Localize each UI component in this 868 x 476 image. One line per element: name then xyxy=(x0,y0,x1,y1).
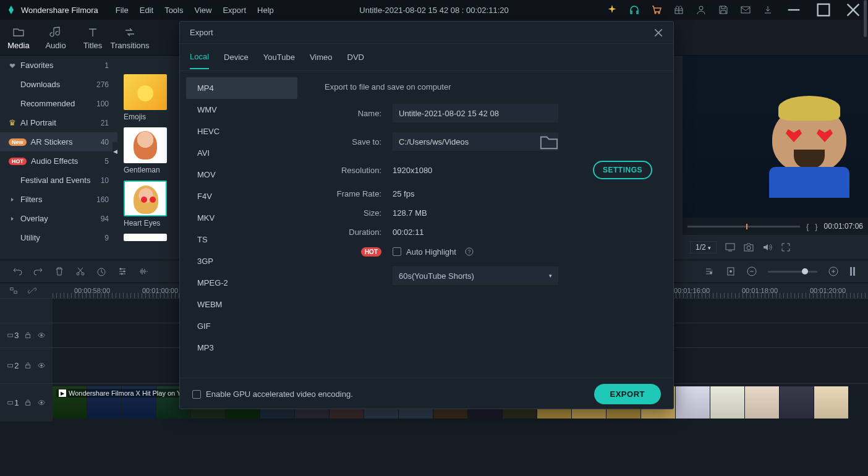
sidebar-item-ar-stickers[interactable]: NewAR Stickers40 xyxy=(0,132,117,151)
svg-rect-5 xyxy=(726,244,734,250)
tab-media[interactable]: Media xyxy=(0,23,37,53)
window-maximize[interactable] xyxy=(815,1,832,19)
eye-icon[interactable] xyxy=(38,398,45,407)
format-hevc[interactable]: HEVC xyxy=(186,121,297,142)
format-mpeg2[interactable]: MPEG-2 xyxy=(186,272,297,294)
eye-icon[interactable] xyxy=(38,361,45,370)
cut-icon[interactable] xyxy=(75,266,85,276)
zoom-out-icon[interactable] xyxy=(747,266,757,276)
gpu-checkbox[interactable] xyxy=(192,390,201,399)
sidebar-item-audio-effects[interactable]: HOTAudio Effects5 xyxy=(0,151,117,171)
adjust-icon[interactable] xyxy=(117,266,127,276)
window-close[interactable] xyxy=(845,1,862,19)
modal-title: Export xyxy=(190,28,213,37)
lock-icon[interactable] xyxy=(25,331,31,340)
speed-icon[interactable] xyxy=(96,266,106,276)
brace-close[interactable]: } xyxy=(815,222,817,231)
format-mp3[interactable]: MP3 xyxy=(186,337,297,359)
sidebar-item-filters[interactable]: Filters160 xyxy=(0,190,117,209)
timeline-vscroll[interactable] xyxy=(864,0,867,37)
sidebar-item-recommended[interactable]: Recommended100 xyxy=(0,94,117,113)
export-tab-youtube[interactable]: YouTube xyxy=(263,46,295,69)
format-gif[interactable]: GIF xyxy=(186,315,297,337)
export-tab-dvd[interactable]: DVD xyxy=(347,46,364,69)
sidebar-item-utility[interactable]: Utility9 xyxy=(0,228,117,247)
export-name-input[interactable] xyxy=(393,104,558,122)
settings-button[interactable]: SETTINGS xyxy=(593,161,652,179)
brace-open[interactable]: { xyxy=(806,222,809,231)
export-button[interactable]: EXPORT xyxy=(594,384,661,404)
marker-icon[interactable] xyxy=(726,266,736,276)
link-icon-1[interactable] xyxy=(9,286,18,295)
eye-icon[interactable] xyxy=(38,331,45,340)
close-icon[interactable] xyxy=(653,28,663,38)
zoom-slider[interactable] xyxy=(768,271,817,273)
svg-point-24 xyxy=(40,334,42,336)
fit-icon[interactable] xyxy=(849,266,856,276)
undo-icon[interactable] xyxy=(12,266,22,276)
volume-icon[interactable] xyxy=(762,242,772,252)
tab-transitions[interactable]: Transitions xyxy=(111,23,148,53)
svg-rect-3 xyxy=(818,4,830,16)
mail-icon[interactable] xyxy=(741,5,751,15)
sidebar-item-ai-portrait[interactable]: ♛AI Portrait21 xyxy=(0,113,117,132)
menu-edit[interactable]: Edit xyxy=(140,6,153,15)
format-3gp[interactable]: 3GP xyxy=(186,250,297,272)
fullscreen-icon[interactable] xyxy=(781,242,791,252)
zoom-in-icon[interactable] xyxy=(828,266,838,276)
redo-icon[interactable] xyxy=(33,266,43,276)
headphones-icon[interactable] xyxy=(629,5,639,15)
svg-point-8 xyxy=(77,273,79,275)
sidebar-item-downloads[interactable]: Downloads276 xyxy=(0,75,117,94)
window-minimize[interactable] xyxy=(785,1,802,19)
menu-tools[interactable]: Tools xyxy=(164,6,183,15)
svg-point-1 xyxy=(699,6,703,10)
preview-video[interactable] xyxy=(683,56,868,218)
help-icon[interactable]: ? xyxy=(465,247,474,257)
gift-icon[interactable] xyxy=(674,5,684,15)
menu-help[interactable]: Help xyxy=(257,6,274,15)
format-ts[interactable]: TS xyxy=(186,229,297,250)
browse-folder-button[interactable] xyxy=(540,132,558,151)
format-mkv[interactable]: MKV xyxy=(186,207,297,229)
save-icon[interactable] xyxy=(718,5,728,15)
format-webm[interactable]: WEBM xyxy=(186,294,297,315)
menu-view[interactable]: View xyxy=(194,6,211,15)
auto-highlight-checkbox[interactable] xyxy=(393,247,401,256)
tab-audio[interactable]: Audio xyxy=(37,23,74,53)
sparkle-icon[interactable] xyxy=(607,5,617,15)
sidebar-item-favorites[interactable]: Favorites1 xyxy=(0,56,117,75)
playback-speed-select[interactable]: 1/2 ▾ xyxy=(690,241,717,253)
lock-icon[interactable] xyxy=(25,398,31,407)
svg-point-15 xyxy=(730,270,732,273)
menu-export[interactable]: Export xyxy=(223,6,246,15)
svg-point-27 xyxy=(40,364,42,366)
waveform-icon[interactable] xyxy=(138,266,148,276)
tab-titles[interactable]: Titles xyxy=(74,23,111,53)
export-tab-device[interactable]: Device xyxy=(224,46,249,69)
format-f4v[interactable]: F4V xyxy=(186,185,297,207)
export-tab-vimeo[interactable]: Vimeo xyxy=(310,46,333,69)
format-mov[interactable]: MOV xyxy=(186,164,297,185)
preview-scrubber[interactable] xyxy=(687,226,800,227)
music-list-icon[interactable] xyxy=(705,266,715,276)
export-tab-local[interactable]: Local xyxy=(190,45,209,69)
format-mp4[interactable]: MP4 xyxy=(186,77,297,99)
delete-icon[interactable] xyxy=(54,266,64,276)
menu-file[interactable]: File xyxy=(116,6,129,15)
display-icon[interactable] xyxy=(725,242,735,252)
duration-value: 00:02:11 xyxy=(393,227,424,237)
format-wmv[interactable]: WMV xyxy=(186,99,297,121)
snapshot-icon[interactable] xyxy=(744,242,754,252)
app-logo-icon xyxy=(6,5,16,15)
user-icon[interactable] xyxy=(696,5,706,15)
shorts-duration-select[interactable]: 60s(YouTube Shorts) ▾ xyxy=(393,266,558,285)
format-avi[interactable]: AVI xyxy=(186,142,297,164)
link-icon-2[interactable] xyxy=(28,286,36,295)
download-icon[interactable] xyxy=(763,5,773,15)
lock-icon[interactable] xyxy=(25,361,31,370)
sidebar-item-overlay[interactable]: Overlay94 xyxy=(0,209,117,228)
sidebar-collapse-handle[interactable]: ◀ xyxy=(113,142,117,161)
cart-icon[interactable] xyxy=(652,5,662,15)
sidebar-item-festival[interactable]: Festival and Events10 xyxy=(0,171,117,190)
